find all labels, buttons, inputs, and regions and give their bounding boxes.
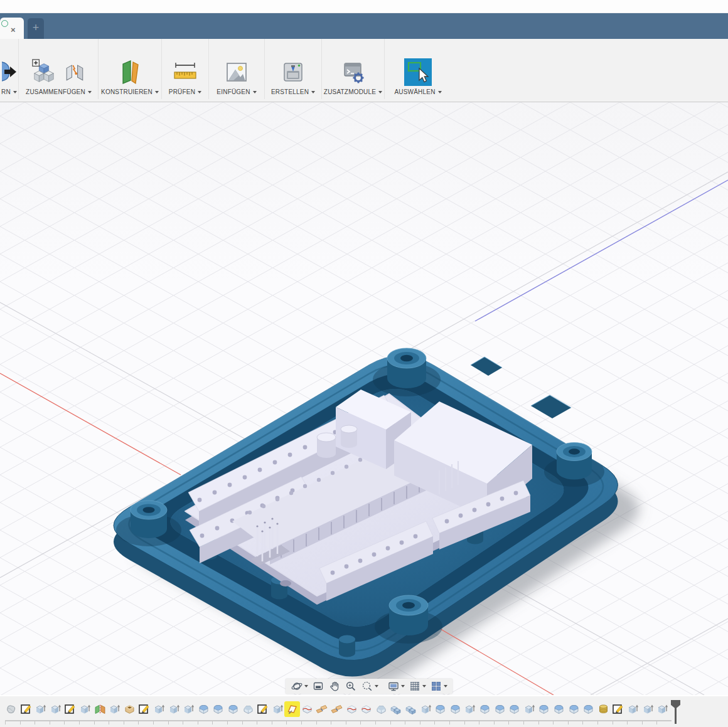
sketch-feature-icon[interactable] [20,703,32,715]
toolbar-group-inspect[interactable]: PRÜFEN [162,39,209,99]
fillet-feature-icon[interactable] [508,703,520,715]
toolbar-group-label[interactable]: AUSWÄHLEN [394,88,441,95]
extrude-feature-icon[interactable] [109,703,120,715]
select-tool-icon[interactable] [404,58,432,87]
timeline-track[interactable] [5,720,672,724]
sketch-feature-icon[interactable] [612,703,624,715]
chevron-down-icon [444,685,447,687]
fillet-feature-icon[interactable] [553,703,565,715]
timeline-playhead-stem[interactable] [675,700,677,724]
fillet-feature-icon[interactable] [494,703,506,715]
extrude-feature-icon[interactable] [50,703,62,715]
extrude-feature-icon[interactable] [153,703,165,715]
toolbar-group-insert[interactable]: EINFÜGEN [209,39,265,99]
chevron-down-icon [375,685,378,687]
3d-print-icon[interactable] [279,58,307,86]
split-feature-icon[interactable] [346,703,358,715]
combine-feature-icon[interactable] [405,703,417,715]
sketch-feature-icon[interactable] [257,703,269,715]
grid-display-button[interactable] [407,679,428,694]
extrude-feature-icon[interactable] [272,703,284,715]
extrude-feature-icon[interactable] [464,703,476,715]
toolbar-group-construct[interactable]: KONSTRUIEREN [99,39,162,99]
new-tab-button[interactable]: + [28,18,44,39]
measure-icon[interactable] [171,58,199,86]
extrude-feature-icon[interactable] [642,703,654,715]
construction-plane-icon[interactable] [116,58,144,86]
toolbar-group-label[interactable]: ZUSATZMODULE [324,88,382,95]
fillet-feature-icon[interactable] [227,703,239,715]
fillet-feature-icon[interactable] [434,703,446,715]
document-tab[interactable]: × [0,18,24,39]
display-settings-icon [387,680,400,693]
mirror-feature-icon[interactable] [94,703,106,715]
draft-feature-icon[interactable] [316,703,328,715]
chamfer-feature-icon[interactable] [375,703,387,715]
toolbar-group-label[interactable]: RN [1,88,17,95]
chevron-down-icon [304,685,308,687]
zoom-window-icon [361,680,373,693]
scripts-addins-icon[interactable] [340,58,367,86]
press-pull-icon[interactable] [2,58,17,86]
toolbar-group-make[interactable]: ERSTELLEN [265,39,322,99]
chamfer-feature-icon[interactable] [242,703,254,715]
fusion360-window: × + RN [0,0,728,727]
combine-feature-icon[interactable] [390,703,402,715]
orbit-icon [291,680,303,693]
look-at-button[interactable] [310,679,326,694]
extrude-feature-icon[interactable] [183,703,195,715]
form-feature-icon[interactable] [5,703,17,715]
orbit-button[interactable] [289,679,310,694]
toolbar-group-label[interactable]: EINFÜGEN [217,88,256,95]
toolbar-group-label[interactable]: PRÜFEN [169,88,201,95]
draft-feature-icon[interactable] [331,703,343,715]
fillet-feature-icon[interactable] [582,703,594,715]
scene-svg [0,102,728,695]
pan-button[interactable] [326,679,343,694]
fillet-feature-icon[interactable] [449,703,461,715]
zoom-window-button[interactable] [359,679,380,694]
toolbar-group-modify-cropped[interactable]: RN [0,39,19,99]
extrude-feature-icon[interactable] [420,703,432,715]
sketch-feature-icon[interactable] [64,703,76,715]
split-feature-icon[interactable] [360,703,372,715]
insert-image-icon[interactable] [223,58,250,86]
toolbar-group-label[interactable]: ERSTELLEN [271,88,315,95]
sketch-feature-icon[interactable] [138,703,150,715]
toolbar-group-select[interactable]: AUSWÄHLEN [385,39,451,99]
look-at-icon [312,680,324,693]
toolbar-group-addins[interactable]: ZUSATZMODULE [322,39,385,99]
new-component-icon[interactable] [31,58,57,86]
extrude-feature-icon[interactable] [168,703,180,715]
viewports-button[interactable] [428,679,449,694]
joint-icon[interactable] [62,58,87,86]
chevron-down-icon [378,91,382,93]
extrude-feature-icon[interactable] [79,703,91,715]
split-feature-icon[interactable] [301,703,313,715]
zoom-button[interactable] [343,679,359,694]
fillet-feature-icon[interactable] [198,703,210,715]
toolbar-group-label[interactable]: ZUSAMMENFÜGEN [26,88,92,95]
tab-close-icon[interactable]: × [11,26,16,34]
fillet-feature-icon[interactable] [212,703,224,715]
fillet-feature-icon[interactable] [479,703,491,715]
extrude-feature-icon[interactable] [523,703,535,715]
shell-feature-icon[interactable] [124,703,136,715]
viewports-icon [430,680,442,693]
fillet-feature-icon[interactable] [538,703,550,715]
chevron-down-icon [311,91,315,93]
fillet-feature-icon[interactable] [568,703,580,715]
toolbar-group-label[interactable]: KONSTRUIEREN [101,88,159,95]
chevron-down-icon [198,91,201,93]
toolbar-group-assemble[interactable]: ZUSAMMENFÜGEN [19,39,99,99]
display-settings-button[interactable] [385,679,407,694]
pan-icon [328,680,341,693]
coil-feature-icon[interactable] [597,703,609,715]
timeline-feature-list [5,703,668,715]
chevron-down-icon [401,685,405,687]
extrude-feature-icon[interactable] [35,703,46,715]
extrude-feature-icon[interactable] [627,703,639,715]
plane-feature-icon[interactable] [286,703,298,715]
extrude-feature-icon[interactable] [656,703,668,715]
viewport-3d[interactable] [0,102,728,695]
